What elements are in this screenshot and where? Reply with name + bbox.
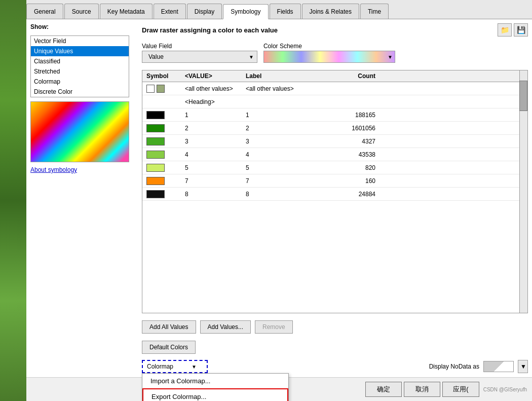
save-button[interactable]: 💾 bbox=[514, 23, 528, 37]
body-area: Show: Vector Field Unique Values Classif… bbox=[26, 19, 532, 377]
draw-header: Draw raster assigning a color to each va… bbox=[142, 23, 528, 37]
swatch-8 bbox=[146, 190, 165, 198]
add-values-button[interactable]: Add Values... bbox=[200, 320, 251, 334]
colormap-label: Colormap bbox=[147, 363, 173, 370]
symbol-cell bbox=[142, 124, 183, 132]
left-panel: Show: Vector Field Unique Values Classif… bbox=[30, 23, 137, 373]
tab-bar: General Source Key Metadata Extent Displ… bbox=[26, 0, 532, 19]
label-cell: 4 bbox=[244, 151, 335, 158]
label-cell: 8 bbox=[244, 191, 335, 198]
symbol-cell bbox=[142, 111, 183, 119]
value-field-value: Value bbox=[145, 52, 247, 62]
count-cell: 188165 bbox=[335, 112, 386, 119]
show-item-classified[interactable]: Classified bbox=[31, 56, 129, 66]
tab-general[interactable]: General bbox=[26, 4, 63, 19]
tab-joins-relates[interactable]: Joins & Relates bbox=[302, 4, 359, 19]
label-cell: 5 bbox=[244, 164, 335, 171]
default-colors-button[interactable]: Default Colors bbox=[142, 341, 196, 354]
tab-time[interactable]: Time bbox=[360, 4, 389, 19]
nodata-row: Display NoData as ▼ bbox=[429, 360, 528, 373]
swatch-white bbox=[146, 85, 155, 93]
tab-source[interactable]: Source bbox=[64, 4, 99, 19]
content-area: Show: Vector Field Unique Values Classif… bbox=[26, 19, 532, 401]
swatch-olive bbox=[157, 85, 165, 93]
symbol-cell bbox=[142, 85, 183, 93]
nodata-label: Display NoData as bbox=[429, 363, 479, 370]
table-row[interactable]: 1 1 188165 bbox=[142, 108, 527, 122]
col-label: Label bbox=[244, 72, 335, 80]
symbol-cell bbox=[142, 190, 183, 198]
table-row[interactable]: 4 4 43538 bbox=[142, 148, 527, 161]
label-cell: 2 bbox=[244, 125, 335, 132]
tab-symbology[interactable]: Symbology bbox=[223, 4, 268, 19]
symbol-cell bbox=[142, 137, 183, 145]
table-body: <all other values> <all other values> <H… bbox=[142, 82, 527, 313]
left-sidebar bbox=[0, 0, 26, 401]
show-list: Vector Field Unique Values Classified St… bbox=[30, 35, 129, 97]
col-symbol: Symbol bbox=[142, 72, 183, 80]
tab-extent[interactable]: Extent bbox=[154, 4, 186, 19]
show-item-discrete-color[interactable]: Discrete Color bbox=[31, 87, 129, 97]
table-row[interactable]: 7 7 160 bbox=[142, 174, 527, 188]
add-all-values-button[interactable]: Add All Values bbox=[142, 320, 196, 334]
table-row[interactable]: 8 8 24884 bbox=[142, 188, 527, 201]
show-item-colormap[interactable]: Colormap bbox=[31, 77, 129, 87]
right-panel: Draw raster assigning a color to each va… bbox=[142, 23, 528, 373]
symbol-cell bbox=[142, 177, 183, 185]
value-cell: 1 bbox=[183, 112, 244, 119]
show-item-vector-field[interactable]: Vector Field bbox=[31, 36, 129, 46]
show-label: Show: bbox=[30, 23, 137, 30]
value-cell: 8 bbox=[183, 191, 244, 198]
table-row[interactable]: 3 3 4327 bbox=[142, 135, 527, 148]
scrollbar-track[interactable] bbox=[519, 70, 527, 313]
value-cell: <all other values> bbox=[183, 85, 244, 92]
show-item-stretched[interactable]: Stretched bbox=[31, 66, 129, 77]
export-colormap-item[interactable]: Export Colormap... bbox=[142, 388, 288, 401]
main-container: General Source Key Metadata Extent Displ… bbox=[26, 0, 532, 401]
tab-display[interactable]: Display bbox=[187, 4, 222, 19]
symbol-cell bbox=[142, 151, 183, 159]
colormap-row: Colormap ▼ Import a Colormap... Export C… bbox=[142, 360, 528, 373]
scrollbar-thumb[interactable] bbox=[519, 81, 527, 111]
color-scheme-box[interactable]: ▼ bbox=[263, 51, 395, 63]
watermark: CSDN @GISeryufh bbox=[483, 387, 527, 392]
colormap-select[interactable]: Colormap ▼ bbox=[142, 360, 208, 373]
color-scheme-chevron: ▼ bbox=[388, 54, 393, 60]
nodata-swatch bbox=[483, 361, 514, 372]
table-header: Symbol <VALUE> Label Count bbox=[142, 70, 527, 82]
import-colormap-item[interactable]: Import a Colormap... bbox=[142, 374, 288, 388]
value-field-chevron: ▼ bbox=[249, 54, 254, 60]
value-field-select[interactable]: Value ▼ bbox=[142, 51, 257, 63]
swatch-3 bbox=[146, 137, 165, 145]
table-row[interactable]: 5 5 820 bbox=[142, 161, 527, 174]
tab-key-metadata[interactable]: Key Metadata bbox=[100, 4, 153, 19]
tab-fields[interactable]: Fields bbox=[270, 4, 301, 19]
table-row[interactable]: <all other values> <all other values> bbox=[142, 82, 527, 95]
count-cell: 24884 bbox=[335, 191, 386, 198]
color-scheme-label: Color Scheme bbox=[263, 43, 395, 50]
value-field-label: Value Field bbox=[142, 43, 257, 50]
color-scheme-group: Color Scheme ▼ bbox=[263, 43, 395, 63]
bottom-buttons: Add All Values Add Values... Remove bbox=[142, 320, 528, 334]
header-buttons: 📁 💾 bbox=[498, 23, 528, 37]
apply-button[interactable]: 应用( bbox=[442, 382, 479, 397]
table-row[interactable]: 2 2 1601056 bbox=[142, 122, 527, 135]
folder-button[interactable]: 📁 bbox=[498, 23, 512, 37]
preview-image bbox=[30, 101, 129, 162]
about-symbology-link[interactable]: About symbology bbox=[30, 166, 137, 173]
count-cell: 1601056 bbox=[335, 125, 386, 132]
value-cell: 3 bbox=[183, 138, 244, 145]
label-cell: <all other values> bbox=[244, 85, 335, 92]
show-item-unique-values[interactable]: Unique Values bbox=[31, 46, 129, 56]
ok-button[interactable]: 确定 bbox=[365, 382, 402, 397]
symbol-cell bbox=[142, 164, 183, 172]
table-row[interactable]: <Heading> bbox=[142, 95, 527, 108]
swatch-2 bbox=[146, 124, 165, 132]
nodata-dropdown-button[interactable]: ▼ bbox=[518, 360, 528, 373]
cancel-button[interactable]: 取消 bbox=[404, 382, 440, 397]
swatch-4 bbox=[146, 151, 165, 159]
value-field-group: Value Field Value ▼ bbox=[142, 43, 257, 63]
value-cell: <Heading> bbox=[183, 98, 244, 105]
remove-button: Remove bbox=[255, 320, 293, 334]
count-cell: 4327 bbox=[335, 138, 386, 145]
